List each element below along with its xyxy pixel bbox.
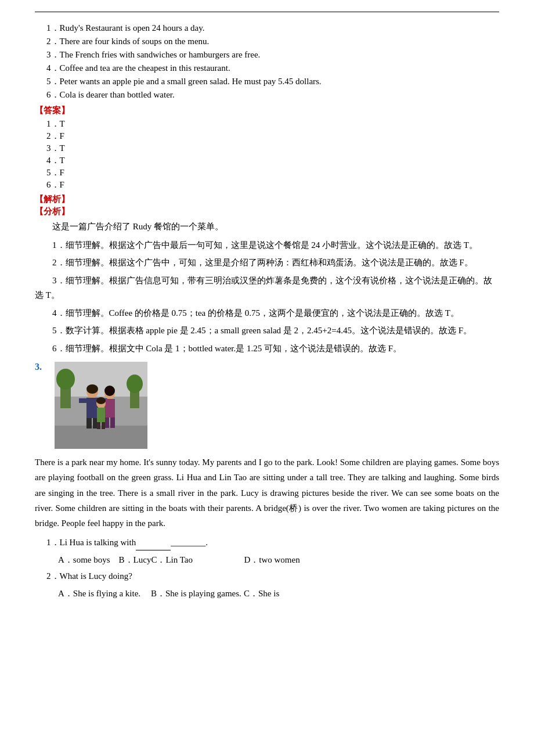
question-5: 5．Peter wants an apple pie and a small g…: [35, 76, 499, 87]
analysis-item-5: 5．数字计算。根据表格 apple pie 是 2.45；a small gre…: [35, 323, 499, 339]
mcq-q1-optionC: C．Lin Tao: [151, 553, 244, 568]
svg-rect-20: [102, 422, 105, 429]
section3-image: [55, 362, 147, 449]
answer-label: 【答案】: [35, 105, 499, 116]
mcq-q1-options: A．some boys B．Lucy C．Lin Tao D．two women: [35, 553, 499, 568]
mcq-q2-options: A．She is flying a kite. B．She is playing…: [35, 586, 499, 602]
svg-point-22: [104, 386, 115, 396]
analysis-label: 【解析】: [35, 194, 499, 205]
svg-point-21: [86, 384, 98, 394]
passage-text: There is a park near my home. It's sunny…: [35, 455, 499, 531]
question-4: 4．Coffee and tea are the cheapest in thi…: [35, 63, 499, 74]
mcq-q2-optionA: A．She is flying a kite.: [58, 586, 151, 602]
svg-rect-6: [55, 426, 147, 449]
answer-6: 6．F: [35, 179, 499, 190]
mcq-q1-optionD: D．two women: [244, 553, 313, 568]
svg-rect-8: [86, 398, 98, 418]
question-2: 2．There are four kinds of soups on the m…: [35, 36, 499, 47]
question-1: 1．Rudy's Restaurant is open 24 hours a d…: [35, 23, 499, 34]
top-divider: [35, 12, 499, 12]
mcq-q1-label: 1．Li Hua is talking with________.: [35, 535, 499, 550]
svg-rect-16: [110, 417, 115, 428]
svg-rect-14: [104, 399, 115, 417]
section3-container: 3.: [35, 362, 499, 449]
answer-4: 4．T: [35, 155, 499, 166]
svg-point-23: [96, 397, 106, 404]
mcq-list: 1．Li Hua is talking with________.: [35, 535, 499, 550]
q1-blank: [136, 550, 171, 550]
svg-rect-19: [97, 422, 100, 429]
true-false-questions: 1．Rudy's Restaurant is open 24 hours a d…: [35, 23, 499, 100]
svg-rect-15: [104, 417, 109, 428]
answer-2: 2．F: [35, 131, 499, 142]
intro-paragraph: 这是一篇广告介绍了 Rudy 餐馆的一个菜单。: [35, 219, 499, 235]
section3-number: 3.: [35, 362, 49, 372]
answer-3: 3．T: [35, 143, 499, 154]
answers-list: 1．T 2．F 3．T 4．T 5．F 6．F: [35, 118, 499, 190]
svg-rect-18: [97, 408, 105, 422]
mcq-q2-optionC-partial: C．She is: [244, 586, 279, 602]
analysis-item-1: 1．细节理解。根据这个广告中最后一句可知，这里是说这个餐馆是 24 小时营业。这…: [35, 238, 499, 253]
mcq-q2-optionB: B．She is playing games.: [151, 586, 244, 602]
svg-point-5: [127, 375, 143, 393]
question-6: 6．Cola is dearer than bottled water.: [35, 89, 499, 100]
question-3: 3．The French fries with sandwiches or ha…: [35, 49, 499, 60]
answer-1: 1．T: [35, 118, 499, 129]
svg-rect-11: [79, 398, 86, 403]
mcq-q2-label: 2．What is Lucy doing?: [35, 569, 499, 584]
analysis-item-3: 3．细节理解。根据广告信息可知，带有三明治或汉堡的炸薯条是免费的，这个没有说价格…: [35, 273, 499, 303]
answer-5: 5．F: [35, 167, 499, 178]
fenxi-label: 【分析】: [35, 206, 499, 217]
svg-point-3: [56, 369, 75, 390]
svg-rect-9: [86, 418, 92, 429]
mcq-q2-list: 2．What is Lucy doing?: [35, 569, 499, 584]
analysis-item-6: 6．细节理解。根据文中 Cola 是 1；bottled water.是 1.2…: [35, 341, 499, 357]
mcq-q1-optionA: A．some boys B．Lucy: [58, 553, 151, 568]
analysis-item-4: 4．细节理解。Coffee 的价格是 0.75；tea 的价格是 0.75，这两…: [35, 306, 499, 321]
analysis-item-2: 2．细节理解。根据这个广告中，可知，这里是介绍了两种汤：西红柿和鸡蛋汤。这个说法…: [35, 255, 499, 271]
